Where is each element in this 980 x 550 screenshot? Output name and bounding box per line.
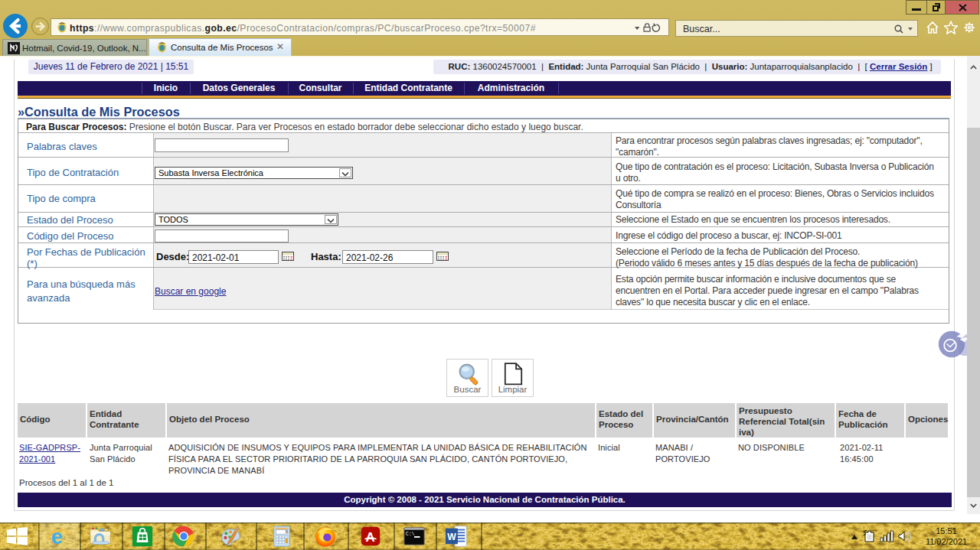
svg-text:W: W <box>447 532 456 542</box>
svg-text:8: 8 <box>286 530 288 534</box>
svg-text:C:\: C:\ <box>406 532 415 537</box>
svg-text:A: A <box>365 530 374 545</box>
svg-text:e: e <box>51 525 63 548</box>
